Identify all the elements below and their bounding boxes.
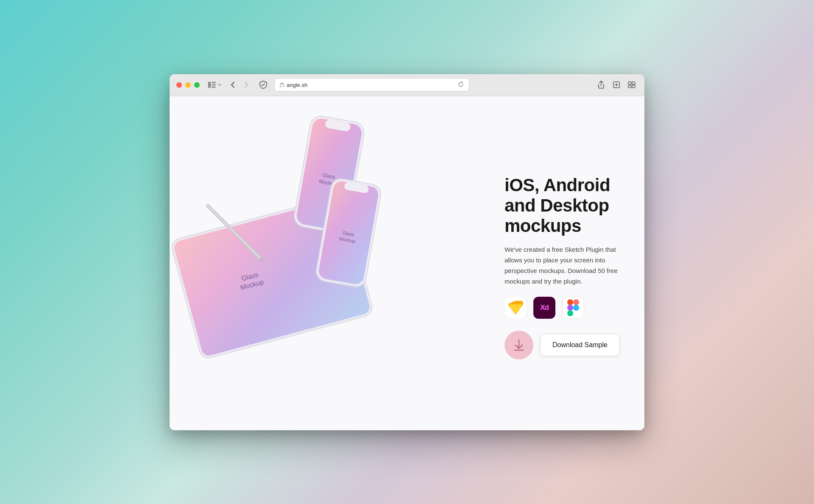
download-icon [512,338,526,352]
xd-label: Xd [540,304,549,312]
share-button[interactable] [595,79,607,91]
sketch-icon-wrap[interactable] [505,297,527,319]
figma-icon-wrap[interactable] [562,297,584,319]
svg-rect-36 [567,310,573,316]
svg-rect-33 [573,299,579,305]
svg-rect-32 [567,299,573,305]
browser-actions [595,79,638,91]
tab-grid-button[interactable] [626,79,638,91]
download-sample-button[interactable]: Download Sample [540,334,620,356]
svg-rect-4 [280,84,284,87]
svg-rect-7 [632,82,635,84]
sidebar-toggle[interactable] [208,82,222,88]
browser-content: Glass Mockup Glass Mockup [170,96,644,430]
content-area: iOS, Android and Desktop mockups We've c… [492,96,644,430]
lock-icon [280,82,284,88]
browser-toolbar: angle.sh [170,74,644,96]
nav-controls [227,79,252,91]
back-button[interactable] [227,79,239,91]
address-bar[interactable]: angle.sh [274,78,469,92]
close-button[interactable] [176,82,182,88]
svg-rect-0 [208,82,211,88]
sketch-icon [505,297,527,319]
svg-rect-8 [628,85,631,88]
svg-rect-34 [567,305,573,311]
xd-icon-wrap[interactable]: Xd [533,297,555,319]
hero-description: We've created a free Sketch Plugin that … [505,245,623,287]
svg-rect-9 [632,85,635,88]
hero-title: iOS, Android and Desktop mockups [505,175,623,237]
download-section: Download Sample [505,331,623,359]
url-display: angle.sh [287,82,307,88]
mockup-scene-svg: Glass Mockup Glass Mockup [170,96,399,384]
minimize-button[interactable] [185,82,191,88]
tool-icons: Xd [505,297,623,319]
mockup-area: Glass Mockup Glass Mockup [170,96,492,430]
new-tab-button[interactable] [610,79,622,91]
svg-rect-6 [628,82,631,84]
download-icon-circle [505,331,533,359]
svg-rect-2 [212,84,216,86]
browser-window: angle.sh [170,74,644,430]
figma-icon [567,299,579,316]
svg-rect-3 [212,86,216,88]
reload-button[interactable] [458,81,464,89]
svg-point-35 [573,305,579,311]
forward-button[interactable] [240,79,252,91]
svg-rect-1 [212,82,216,83]
shield-icon [257,79,269,91]
maximize-button[interactable] [194,82,200,88]
traffic-lights [176,82,200,88]
